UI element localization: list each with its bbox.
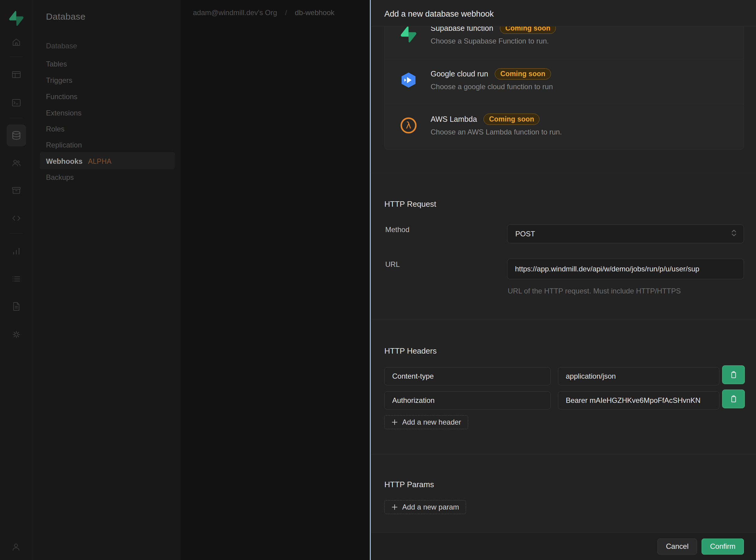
sidebar-title: Database bbox=[46, 12, 85, 22]
api-code-icon[interactable] bbox=[11, 213, 21, 223]
panel-title: Add a new database webhook bbox=[384, 9, 494, 19]
delete-header-button[interactable] bbox=[722, 365, 745, 384]
url-helper-text: URL of the HTTP request. Must include HT… bbox=[508, 287, 681, 295]
supabase-logo[interactable] bbox=[9, 11, 24, 26]
database-icon[interactable] bbox=[11, 130, 21, 141]
google-cloud-run-icon bbox=[400, 72, 417, 88]
header-value-input[interactable] bbox=[558, 392, 719, 409]
panel-header: Add a new database webhook bbox=[371, 0, 756, 26]
section-divider bbox=[371, 173, 756, 173]
home-icon[interactable] bbox=[11, 37, 21, 47]
method-value: POST bbox=[515, 230, 535, 238]
database-sidebar: Database Database Tables Triggers Functi… bbox=[33, 0, 180, 560]
method-select[interactable]: POST bbox=[507, 224, 744, 243]
sidebar-item-tables[interactable]: Tables bbox=[46, 60, 67, 68]
alpha-badge: ALPHA bbox=[88, 157, 112, 165]
auth-users-icon[interactable] bbox=[11, 158, 21, 168]
header-value-input[interactable] bbox=[558, 367, 719, 385]
option-description: Choose a Supabase Function to run. bbox=[431, 37, 556, 46]
option-title: Google cloud run bbox=[431, 69, 488, 78]
panel-footer: Cancel Confirm bbox=[371, 533, 756, 560]
sidebar-item-triggers[interactable]: Triggers bbox=[46, 76, 72, 85]
http-request-heading: HTTP Request bbox=[384, 199, 436, 209]
docs-icon[interactable] bbox=[11, 301, 21, 312]
trash-icon bbox=[729, 370, 738, 379]
add-header-label: Add a new header bbox=[402, 418, 461, 426]
coming-soon-badge: Coming soon bbox=[495, 68, 551, 79]
add-webhook-panel: Add a new database webhook Supabase func… bbox=[370, 0, 756, 560]
url-input[interactable] bbox=[507, 259, 744, 279]
panel-body: Supabase function Coming soon Choose a S… bbox=[371, 26, 756, 533]
webhook-type-options: Supabase function Coming soon Choose a S… bbox=[384, 26, 744, 149]
add-header-button[interactable]: Add a new header bbox=[384, 415, 468, 429]
plus-icon bbox=[391, 504, 398, 511]
sidebar-item-webhooks[interactable]: WebhooksALPHA bbox=[46, 157, 112, 166]
coming-soon-badge: Coming soon bbox=[484, 114, 540, 125]
http-headers-heading: HTTP Headers bbox=[384, 346, 437, 356]
section-divider bbox=[371, 454, 756, 455]
option-aws-lambda[interactable]: λ AWS Lambda Coming soon Choose an AWS L… bbox=[385, 104, 743, 149]
sidebar-item-functions[interactable]: Functions bbox=[46, 93, 77, 101]
trash-icon bbox=[729, 394, 738, 403]
settings-gear-icon[interactable] bbox=[11, 329, 21, 340]
breadcrumb-project[interactable]: db-webhook bbox=[295, 8, 334, 17]
add-param-button[interactable]: Add a new param bbox=[384, 500, 466, 514]
sidebar-item-replication[interactable]: Replication bbox=[46, 141, 82, 149]
delete-header-button[interactable] bbox=[722, 389, 745, 408]
sidebar-section-label: Database bbox=[46, 42, 77, 50]
option-description: Choose a google cloud function to run bbox=[431, 82, 553, 91]
reports-icon[interactable] bbox=[11, 246, 21, 256]
logs-icon[interactable] bbox=[11, 274, 21, 284]
option-title: Supabase function bbox=[431, 26, 493, 33]
option-description: Choose an AWS Lambda function to run. bbox=[431, 127, 562, 137]
breadcrumb: adam@windmill.dev's Org/db-webhook bbox=[193, 8, 334, 17]
breadcrumb-org[interactable]: adam@windmill.dev's Org bbox=[193, 8, 277, 17]
breadcrumb-separator: / bbox=[285, 8, 287, 17]
select-chevrons-icon bbox=[731, 229, 737, 239]
sidebar-item-roles[interactable]: Roles bbox=[46, 125, 64, 133]
sql-editor-icon[interactable] bbox=[11, 98, 21, 108]
option-supabase-function[interactable]: Supabase function Coming soon Choose a S… bbox=[385, 26, 743, 59]
method-label: Method bbox=[385, 225, 409, 234]
sidebar-item-backups[interactable]: Backups bbox=[46, 173, 74, 182]
add-param-label: Add a new param bbox=[402, 503, 459, 511]
svg-text:λ: λ bbox=[406, 120, 411, 131]
profile-icon[interactable] bbox=[11, 542, 21, 552]
rail-divider bbox=[10, 233, 23, 234]
http-params-heading: HTTP Params bbox=[384, 480, 434, 489]
plus-icon bbox=[391, 419, 398, 425]
rail-divider bbox=[10, 118, 23, 118]
nav-rail bbox=[0, 0, 33, 560]
option-google-cloud-run[interactable]: Google cloud run Coming soon Choose a go… bbox=[385, 59, 743, 104]
url-label: URL bbox=[385, 260, 400, 269]
cancel-button[interactable]: Cancel bbox=[657, 539, 697, 555]
app-root: Database Database Tables Triggers Functi… bbox=[0, 0, 756, 560]
header-key-input[interactable] bbox=[384, 367, 551, 385]
storage-icon[interactable] bbox=[11, 185, 21, 196]
sidebar-item-label: Webhooks bbox=[46, 157, 82, 165]
aws-lambda-icon: λ bbox=[400, 117, 417, 134]
section-divider bbox=[371, 319, 756, 319]
header-key-input[interactable] bbox=[384, 392, 551, 409]
rail-divider bbox=[10, 57, 23, 57]
sidebar-item-extensions[interactable]: Extensions bbox=[46, 109, 81, 117]
table-editor-icon[interactable] bbox=[11, 69, 21, 80]
coming-soon-badge: Coming soon bbox=[500, 26, 556, 34]
option-title: AWS Lambda bbox=[431, 115, 477, 124]
confirm-button[interactable]: Confirm bbox=[702, 539, 744, 555]
supabase-function-icon bbox=[400, 26, 417, 43]
